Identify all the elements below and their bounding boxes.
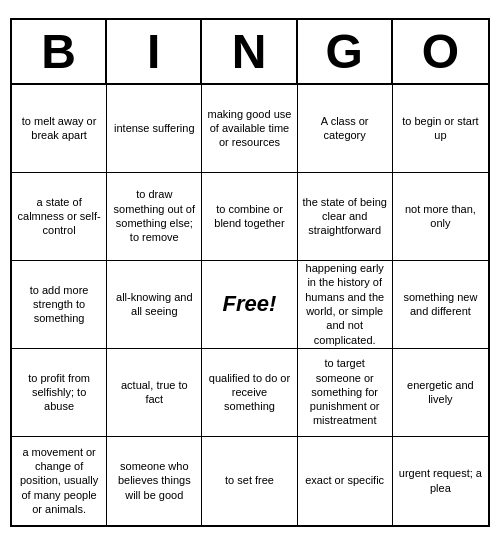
bingo-cell-3[interactable]: A class or category [298, 85, 393, 173]
bingo-cell-18[interactable]: to target someone or something for punis… [298, 349, 393, 437]
bingo-grid: to melt away or break apartintense suffe… [12, 85, 488, 525]
bingo-cell-20[interactable]: a movement or change of position, usuall… [12, 437, 107, 525]
bingo-cell-19[interactable]: energetic and lively [393, 349, 488, 437]
bingo-cell-9[interactable]: not more than, only [393, 173, 488, 261]
header-g: G [298, 20, 393, 83]
bingo-cell-4[interactable]: to begin or start up [393, 85, 488, 173]
bingo-cell-0[interactable]: to melt away or break apart [12, 85, 107, 173]
bingo-cell-7[interactable]: to combine or blend together [202, 173, 297, 261]
header-n: N [202, 20, 297, 83]
bingo-cell-5[interactable]: a state of calmness or self-control [12, 173, 107, 261]
bingo-cell-13[interactable]: happening early in the history of humans… [298, 261, 393, 349]
bingo-cell-2[interactable]: making good use of available time or res… [202, 85, 297, 173]
bingo-cell-21[interactable]: someone who believes things will be good [107, 437, 202, 525]
bingo-cell-1[interactable]: intense suffering [107, 85, 202, 173]
bingo-card: B I N G O to melt away or break apartint… [10, 18, 490, 527]
bingo-header: B I N G O [12, 20, 488, 85]
bingo-cell-15[interactable]: to profit from selfishly; to abuse [12, 349, 107, 437]
bingo-cell-23[interactable]: exact or specific [298, 437, 393, 525]
header-b: B [12, 20, 107, 83]
bingo-cell-6[interactable]: to draw something out of something else;… [107, 173, 202, 261]
bingo-cell-14[interactable]: something new and different [393, 261, 488, 349]
bingo-cell-16[interactable]: actual, true to fact [107, 349, 202, 437]
bingo-cell-8[interactable]: the state of being clear and straightfor… [298, 173, 393, 261]
bingo-cell-17[interactable]: qualified to do or receive something [202, 349, 297, 437]
bingo-cell-22[interactable]: to set free [202, 437, 297, 525]
header-o: O [393, 20, 488, 83]
bingo-cell-12[interactable]: Free! [202, 261, 297, 349]
bingo-cell-10[interactable]: to add more strength to something [12, 261, 107, 349]
bingo-cell-11[interactable]: all-knowing and all seeing [107, 261, 202, 349]
bingo-cell-24[interactable]: urgent request; a plea [393, 437, 488, 525]
header-i: I [107, 20, 202, 83]
